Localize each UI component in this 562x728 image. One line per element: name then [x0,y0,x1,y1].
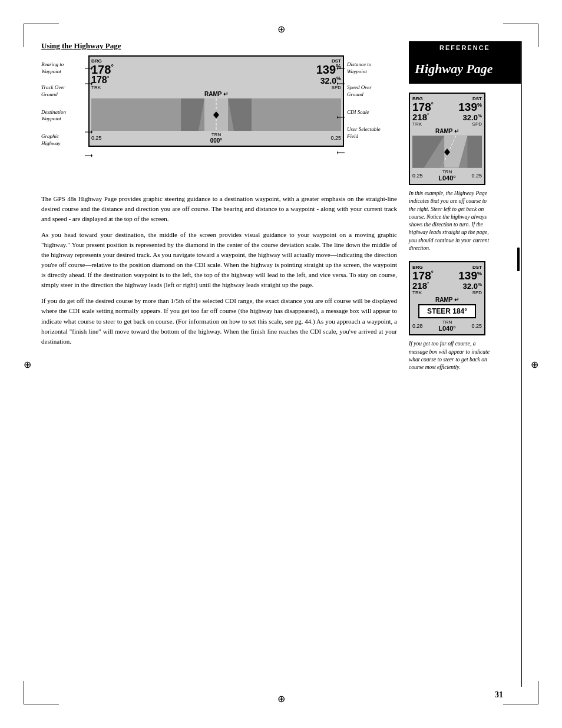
svg-marker-11 [91,130,92,134]
user-field-label: User Selectable Field [347,126,397,140]
right-labels: Distance to Waypoint Speed Over Ground C… [347,61,397,145]
diag-trk-label: TRK [91,85,101,90]
body-paragraph-3: If you do get off the desired course by … [41,296,397,346]
svg-marker-7 [91,67,92,70]
graphic-label: Graphic Highway [41,133,85,147]
diag-cdi-row: 0.25 TRN 000° 0.25 [91,132,341,144]
s2-trn-value: L040° [438,174,455,182]
crosshair-top [277,24,285,35]
s2-values-row: 178° 139% [412,101,482,113]
svg-rect-25 [412,136,444,167]
caption-2: If you get too far off course, a message… [409,340,491,371]
s3-trn-label: TRN [438,319,455,325]
cdi-label: CDI Scale [347,109,397,116]
diag-ramp: RAMP ↵ [91,91,341,97]
diag-trn-value: 000° [210,137,223,144]
track-label: Track Over Ground [41,84,85,98]
s2-labels-row: TRK SPD [412,121,482,127]
s3-left-dist: 0.28 [412,323,423,329]
s2-dst-value: 139% [458,101,482,113]
right-column: REFERENCE Highway Page BRG DST 178° 139%… [409,41,521,687]
crosshair-right [531,358,538,370]
svg-rect-3 [181,98,204,131]
diag-highway-graphic [91,98,341,131]
s2-spd-label: SPD [472,121,482,127]
svg-marker-15 [337,67,338,70]
highway-page-banner: Highway Page [409,54,521,84]
s3-trk-value: 218° [412,281,429,290]
s3-cdi-row: 0.28 TRN L040° 0.25 [412,319,482,332]
gps-screen-3: BRG DST 178° 139% 218° 32.0% TRK SPD RAM… [409,261,485,335]
left-arrows-svg [84,55,92,185]
s3-labels-row: TRK SPD [412,290,482,295]
distance-label: Distance to Waypoint [347,61,397,75]
svg-marker-19 [337,116,338,119]
diag-brg-value: 178° [91,64,114,75]
s3-spd-label: SPD [472,290,482,295]
diag-trk-value: 178° [91,75,109,85]
page-number: 31 [495,690,503,700]
svg-rect-4 [228,98,252,131]
speed-label: Speed Over Ground [347,84,397,98]
crosshair-bottom [277,693,285,704]
s3-brg-value: 178° [412,270,434,281]
svg-marker-9 [91,82,92,85]
diag-trn-label: TRN [210,132,223,137]
s2-trk-row: 218° 32.0% [412,113,482,121]
s2-trk-label: TRK [412,121,422,127]
s3-trk-row: 218° 32.0% [412,281,482,290]
highway-page-title: Highway Page [415,61,493,76]
s2-spd-value: 32.0% [463,114,482,121]
s2-highway-graphic [412,136,482,168]
s3-values-row: 178° 139% [412,270,482,281]
svg-marker-13 [91,154,92,157]
right-border-line [521,41,522,687]
s2-ramp: RAMP ↵ [412,128,482,134]
bearing-label: Bearing to Waypoint [41,61,85,75]
s3-spd-value: 32.0% [463,282,482,290]
s2-left-dist: 0.25 [412,173,423,179]
s2-trk-value: 218° [412,113,429,121]
body-paragraph-2: As you head toward your destination, the… [41,230,397,290]
right-arrows-svg [337,55,346,185]
s2-cdi-row: 0.25 TRN L040° 0.25 [412,169,482,182]
s3-dst-value: 139% [458,270,482,281]
s3-ramp: RAMP ↵ [412,297,482,303]
left-labels: Bearing to Waypoint Track Over Ground De… [41,61,85,152]
svg-marker-21 [337,151,338,154]
s2-trn-label: TRN [438,169,455,174]
s3-right-dist: 0.25 [471,323,482,329]
diagram-screen: BRG DST 178° 139% 178° 32.0% TRK [88,55,344,147]
body-paragraph-1: The GPS 48s Highway Page provides graphi… [41,194,397,224]
s3-steer-box: STEER 184° [418,304,476,318]
diagram-area: Bearing to Waypoint Track Over Ground De… [41,55,397,185]
main-content: Using the Highway Page Bearing to Waypoi… [41,41,521,687]
s2-right-dist: 0.25 [471,173,482,179]
left-column: Using the Highway Page Bearing to Waypoi… [41,41,409,687]
reference-tab: REFERENCE [409,41,521,54]
s3-trn-value: L040° [438,325,455,332]
crosshair-left [24,358,31,370]
destination-label: Destination Waypoint [41,109,85,123]
svg-marker-17 [337,82,338,85]
svg-rect-26 [467,136,482,167]
diag-left-dist: 0.25 [91,135,102,141]
s3-trk-label: TRK [412,290,422,295]
caption-1: In this example, the Highway Page indica… [409,190,491,252]
gps-screen-2: BRG DST 178° 139% 218° 32.0% TRK SPD RAM… [409,93,485,185]
section-heading: Using the Highway Page [41,41,397,51]
s2-brg-value: 178° [412,101,434,113]
